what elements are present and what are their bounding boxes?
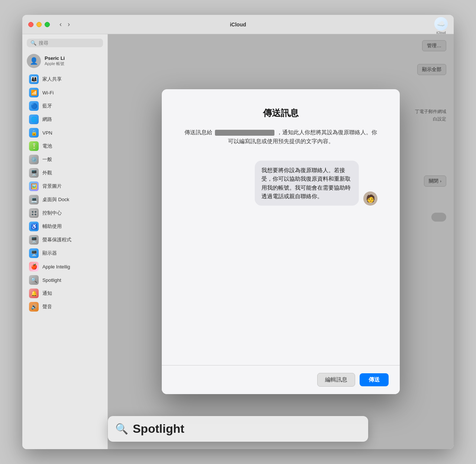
notif-icon: 🔔 <box>29 289 39 298</box>
sidebar-item-spot[interactable]: 🔍 Spotlight <box>25 273 105 287</box>
window-title: iCloud <box>230 22 246 28</box>
spot-icon: 🔍 <box>29 275 39 285</box>
disp-label: 顯示器 <box>42 250 57 257</box>
search-bar[interactable]: 🔍 <box>27 39 103 47</box>
spotlight-label: Spotlight <box>133 422 184 436</box>
disp-icon: 🖥️ <box>29 248 39 258</box>
sidebar-item-desk[interactable]: 💻 桌面與 Dock <box>25 193 105 206</box>
sidebar-item-apple[interactable]: 🍎 Apple Intellig <box>25 260 105 273</box>
close-traffic-light[interactable] <box>28 22 33 27</box>
sender-avatar: 🧑 <box>363 191 377 206</box>
modal-description: 傳送訊息給 ，通知此人你想將其設為復原聯絡人。你可以編寫訊息或使用預先提供的文字… <box>184 128 377 146</box>
bt-icon: 🔵 <box>29 101 39 111</box>
modal-overlay: 傳送訊息 傳送訊息給 ，通知此人你想將其設為復原聯絡人。你可以編寫訊息或使用預先… <box>108 34 454 449</box>
window-content: 🔍 👤 Pseric Li Apple 帳號 👨‍👩‍👧 家人共享 📶 <box>22 34 454 449</box>
avatar: 👤 <box>27 54 41 68</box>
search-input[interactable] <box>39 40 99 46</box>
screen-icon: 🖥️ <box>29 235 39 245</box>
sidebar-item-bt[interactable]: 🔵 藍牙 <box>25 99 105 113</box>
icloud-icon-top: ☁️ iCloud <box>434 17 448 35</box>
ctrl-label: 控制中心 <box>42 210 62 216</box>
battery-icon: 🔋 <box>29 141 39 151</box>
access-label: 輔助使用 <box>42 223 62 230</box>
redacted-name <box>215 130 274 136</box>
user-profile[interactable]: 👤 Pseric Li Apple 帳號 <box>22 52 107 70</box>
appear-label: 外觀 <box>42 170 52 176</box>
send-button[interactable]: 傳送 <box>360 373 389 386</box>
net-icon: 🌐 <box>29 115 39 124</box>
message-bubble: 我想要將你設為復原聯絡人。若接受，你可以協助我復原資料和重新取用我的帳號。我可能… <box>255 161 359 206</box>
wifi-icon: 📶 <box>29 88 39 97</box>
spotlight-search-icon: 🔍 <box>115 423 128 435</box>
sound-icon: 🔊 <box>29 302 39 312</box>
sidebar-item-net[interactable]: 🌐 網路 <box>25 113 105 126</box>
notif-label: 通知 <box>42 290 52 297</box>
vpn-label: VPN <box>42 130 52 136</box>
traffic-lights <box>28 22 50 27</box>
net-label: 網路 <box>42 116 52 123</box>
wallp-label: 背景圖片 <box>42 183 62 190</box>
user-info: Pseric Li Apple 帳號 <box>45 55 65 67</box>
desk-icon: 💻 <box>29 195 39 204</box>
avatar-emoji: 👤 <box>30 57 38 65</box>
family-icon: 👨‍👩‍👧 <box>29 74 39 84</box>
nav-arrows: ‹ › <box>57 20 72 29</box>
modal-footer: 編輯訊息 傳送 <box>162 365 400 394</box>
sidebar-item-disp[interactable]: 🖥️ 顯示器 <box>25 246 105 260</box>
screen-label: 螢幕保護程式 <box>42 236 71 243</box>
sound-label: 聲音 <box>42 303 52 310</box>
user-name: Pseric Li <box>45 55 65 61</box>
sidebar-item-appear[interactable]: 🖥️ 外觀 <box>25 166 105 180</box>
sidebar-item-family[interactable]: 👨‍👩‍👧 家人共享 <box>25 72 105 86</box>
sidebar-item-access[interactable]: ♿ 輔助使用 <box>25 220 105 233</box>
vpn-icon: 🔒 <box>29 128 39 138</box>
sidebar-item-battery[interactable]: 🔋 電池 <box>25 139 105 153</box>
wifi-label: Wi-Fi <box>42 90 54 96</box>
wallp-icon: 🖼️ <box>29 181 39 191</box>
apple-icon: 🍎 <box>29 262 39 271</box>
spot-label: Spotlight <box>42 277 61 283</box>
sidebar-item-screen[interactable]: 🖥️ 螢幕保護程式 <box>25 233 105 246</box>
edit-message-button[interactable]: 編輯訊息 <box>317 373 355 387</box>
user-sub: Apple 帳號 <box>45 61 65 67</box>
apple-label: Apple Intellig <box>42 264 70 270</box>
sidebar-section-network: 📶 Wi-Fi 🔵 藍牙 🌐 網路 🔒 VPN 🔋 電池 ⚙️ 一般 🖥️ 外觀… <box>22 86 107 313</box>
sidebar: 🔍 👤 Pseric Li Apple 帳號 👨‍👩‍👧 家人共享 📶 <box>22 34 108 449</box>
gen-label: 一般 <box>42 156 52 163</box>
modal-dialog: 傳送訊息 傳送訊息給 ，通知此人你想將其設為復原聯絡人。你可以編寫訊息或使用預先… <box>162 89 400 394</box>
battery-label: 電池 <box>42 143 52 149</box>
maximize-traffic-light[interactable] <box>45 22 50 27</box>
sidebar-item-sound[interactable]: 🔊 聲音 <box>25 300 105 313</box>
sidebar-item-ctrl[interactable]: 🎛️ 控制中心 <box>25 206 105 220</box>
sidebar-item-wifi[interactable]: 📶 Wi-Fi <box>25 86 105 99</box>
mac-window: ‹ › iCloud ☁️ iCloud 🔍 👤 Pseric Li Apple… <box>22 15 454 449</box>
bt-label: 藍牙 <box>42 103 52 109</box>
gen-icon: ⚙️ <box>29 155 39 164</box>
icloud-icon-circle: ☁️ <box>434 17 448 30</box>
message-bubble-container: 我想要將你設為復原聯絡人。若接受，你可以協助我復原資料和重新取用我的帳號。我可能… <box>184 161 377 206</box>
sidebar-item-vpn[interactable]: 🔒 VPN <box>25 126 105 139</box>
family-label: 家人共享 <box>42 76 62 83</box>
modal-title: 傳送訊息 <box>263 107 299 119</box>
spotlight-bar[interactable]: 🔍 Spotlight <box>108 416 368 442</box>
sidebar-item-notif[interactable]: 🔔 通知 <box>25 287 105 300</box>
access-icon: ♿ <box>29 222 39 231</box>
message-text: 我想要將你設為復原聯絡人。若接受，你可以協助我復原資料和重新取用我的帳號。我可能… <box>261 167 351 199</box>
search-icon: 🔍 <box>30 40 36 46</box>
desk-label: 桌面與 Dock <box>42 196 69 203</box>
back-button[interactable]: ‹ <box>57 20 64 29</box>
main-content: 管理… 顯示全部 關閉 › 丁電子郵件網域 白設定 傳送訊息 傳送訊息給 <box>108 34 454 449</box>
minimize-traffic-light[interactable] <box>36 22 42 27</box>
appear-icon: 🖥️ <box>29 168 39 178</box>
modal-body: 傳送訊息 傳送訊息給 ，通知此人你想將其設為復原聯絡人。你可以編寫訊息或使用預先… <box>162 89 400 365</box>
sidebar-item-gen[interactable]: ⚙️ 一般 <box>25 153 105 166</box>
title-bar: ‹ › iCloud ☁️ iCloud <box>22 15 454 34</box>
ctrl-icon: 🎛️ <box>29 208 39 218</box>
forward-button[interactable]: › <box>65 20 72 29</box>
sidebar-item-wallp[interactable]: 🖼️ 背景圖片 <box>25 180 105 193</box>
